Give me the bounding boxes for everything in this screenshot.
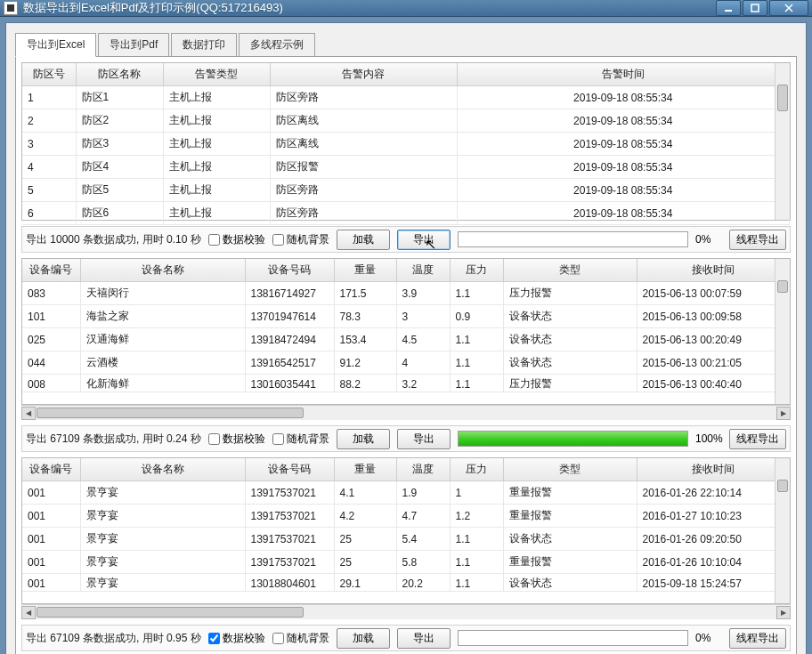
table-cell: 防区旁路 bbox=[270, 179, 457, 202]
table-cell: 001 bbox=[22, 481, 80, 505]
table-cell: 025 bbox=[22, 328, 80, 351]
table3-vscroll[interactable] bbox=[775, 458, 790, 603]
table-row[interactable]: 001景亨宴1301880460129.120.21.1设备状态2015-09-… bbox=[22, 574, 790, 592]
table-cell: 2015-06-13 00:07:59 bbox=[637, 282, 790, 305]
table-cell: 1.1 bbox=[450, 574, 503, 592]
minimize-button[interactable] bbox=[716, 0, 741, 16]
table3-h7[interactable]: 接收时间 bbox=[637, 458, 790, 481]
close-button[interactable] bbox=[769, 0, 808, 16]
toolbar1-check2[interactable]: 随机背景 bbox=[272, 232, 329, 247]
toolbar2-load-button[interactable]: 加载 bbox=[337, 429, 390, 449]
table-row[interactable]: 6防区6主机上报防区旁路2019-09-18 08:55:34 bbox=[22, 202, 790, 225]
table2-h4[interactable]: 温度 bbox=[396, 259, 450, 282]
table-cell: 重量报警 bbox=[503, 481, 637, 505]
table-row[interactable]: 4防区4主机上报防区报警2019-09-18 08:55:34 bbox=[22, 156, 790, 179]
hscroll-left-icon[interactable]: ◀ bbox=[21, 606, 36, 619]
table3[interactable]: 设备编号 设备名称 设备号码 重量 温度 压力 类型 接收时间 001景亨宴13… bbox=[22, 458, 790, 592]
table3-h4[interactable]: 温度 bbox=[396, 458, 450, 481]
table2-h0[interactable]: 设备编号 bbox=[22, 259, 80, 282]
toolbar2-check2[interactable]: 随机背景 bbox=[272, 432, 329, 447]
table-row[interactable]: 1防区1主机上报防区旁路2019-09-18 08:55:34 bbox=[22, 86, 790, 109]
toolbar3-check2[interactable]: 随机背景 bbox=[272, 631, 329, 646]
table-cell: 2015-06-13 00:40:40 bbox=[637, 375, 790, 392]
table-cell: 13918472494 bbox=[245, 328, 334, 351]
table-row[interactable]: 001景亨宴139175370214.24.71.2重量报警2016-01-27… bbox=[22, 505, 790, 528]
table-cell: 防区5 bbox=[76, 179, 163, 202]
table-cell: 1.9 bbox=[396, 481, 450, 505]
hscroll-right-icon[interactable]: ▶ bbox=[776, 407, 791, 420]
table-cell: 主机上报 bbox=[163, 133, 270, 156]
table2-h1[interactable]: 设备名称 bbox=[80, 259, 245, 282]
tab-print[interactable]: 数据打印 bbox=[171, 33, 237, 57]
hscroll-right-icon[interactable]: ▶ bbox=[776, 606, 791, 619]
toolbar3-check1[interactable]: 数据校验 bbox=[208, 631, 265, 646]
titlebar[interactable]: 数据导出到Excel和Pdf及打印示例(QQ:517216493) bbox=[0, 0, 812, 17]
table-cell: 4 bbox=[22, 156, 76, 179]
table2[interactable]: 设备编号 设备名称 设备号码 重量 温度 压力 类型 接收时间 083天禧闵行1… bbox=[22, 259, 790, 392]
table2-h7[interactable]: 接收时间 bbox=[637, 259, 790, 282]
table2-h2[interactable]: 设备号码 bbox=[245, 259, 334, 282]
table2-h5[interactable]: 压力 bbox=[450, 259, 503, 282]
table2-vscroll[interactable] bbox=[775, 259, 790, 404]
table-cell: 压力报警 bbox=[503, 375, 637, 392]
table2-h3[interactable]: 重量 bbox=[334, 259, 396, 282]
table3-h1[interactable]: 设备名称 bbox=[80, 458, 245, 481]
table-cell: 1.2 bbox=[450, 505, 503, 528]
tab-thread-demo[interactable]: 多线程示例 bbox=[239, 33, 315, 57]
table2-h6[interactable]: 类型 bbox=[503, 259, 637, 282]
table-cell: 25 bbox=[334, 528, 396, 551]
table3-h5[interactable]: 压力 bbox=[450, 458, 503, 481]
hscroll-left-icon[interactable]: ◀ bbox=[21, 407, 36, 420]
client-area: 导出到Excel 导出到Pdf 数据打印 多线程示例 防区号 防区名称 告警类型… bbox=[5, 22, 807, 654]
toolbar1-check1[interactable]: 数据校验 bbox=[208, 232, 265, 247]
table-row[interactable]: 3防区3主机上报防区离线2019-09-18 08:55:34 bbox=[22, 133, 790, 156]
toolbar2-thread-button[interactable]: 线程导出 bbox=[729, 429, 786, 449]
table-row[interactable]: 2防区2主机上报防区离线2019-09-18 08:55:34 bbox=[22, 109, 790, 133]
table3-h6[interactable]: 类型 bbox=[503, 458, 637, 481]
table-row[interactable]: 001景亨宴13917537021255.41.1设备状态2016-01-26 … bbox=[22, 528, 790, 551]
table-cell: 13917537021 bbox=[245, 528, 334, 551]
table-cell: 1.1 bbox=[450, 282, 503, 305]
toolbar2-check1[interactable]: 数据校验 bbox=[208, 432, 265, 447]
table3-hscroll[interactable]: ◀ ▶ bbox=[21, 604, 791, 619]
table-row[interactable]: 001景亨宴13917537021255.81.1重量报警2016-01-26 … bbox=[22, 551, 790, 574]
table1-h4[interactable]: 告警时间 bbox=[457, 63, 790, 86]
table1-h2[interactable]: 告警类型 bbox=[163, 63, 270, 86]
table3-h3[interactable]: 重量 bbox=[334, 458, 396, 481]
table-row[interactable]: 001景亨宴139175370214.11.91重量报警2016-01-26 2… bbox=[22, 481, 790, 505]
maximize-button[interactable] bbox=[743, 0, 767, 16]
table-row[interactable]: 008化新海鲜1301603544188.23.21.1压力报警2015-06-… bbox=[22, 375, 790, 392]
table-cell: 景亨宴 bbox=[80, 528, 245, 551]
tab-export-excel[interactable]: 导出到Excel bbox=[15, 33, 96, 57]
toolbar1-load-button[interactable]: 加载 bbox=[337, 230, 390, 250]
table-cell: 景亨宴 bbox=[80, 481, 245, 505]
table-cell: 13816714927 bbox=[245, 282, 334, 305]
table1-h1[interactable]: 防区名称 bbox=[76, 63, 163, 86]
toolbar3-export-button[interactable]: 导出 bbox=[397, 628, 451, 649]
table-cell: 008 bbox=[22, 375, 80, 392]
table-cell: 汉通海鲜 bbox=[80, 328, 245, 351]
table-row[interactable]: 5防区5主机上报防区旁路2019-09-18 08:55:34 bbox=[22, 179, 790, 202]
toolbar1-thread-button[interactable]: 线程导出 bbox=[729, 230, 786, 250]
table-cell: 001 bbox=[22, 551, 80, 574]
table-row[interactable]: 044云酒楼1391654251791.241.1设备状态2015-06-13 … bbox=[22, 351, 790, 375]
tab-export-pdf[interactable]: 导出到Pdf bbox=[98, 33, 169, 57]
toolbar3-load-button[interactable]: 加载 bbox=[337, 628, 390, 649]
table-cell: 20.2 bbox=[396, 574, 450, 592]
table2-hscroll[interactable]: ◀ ▶ bbox=[21, 405, 791, 420]
table-cell: 13917537021 bbox=[245, 481, 334, 505]
table-row[interactable]: 025汉通海鲜13918472494153.44.51.1设备状态2015-06… bbox=[22, 328, 790, 351]
toolbar1-export-button[interactable]: 导出↖ bbox=[397, 230, 451, 250]
toolbar2-export-button[interactable]: 导出 bbox=[397, 429, 451, 449]
table-row[interactable]: 101海盐之家1370194761478.330.9设备状态2015-06-13… bbox=[22, 305, 790, 328]
table1-h3[interactable]: 告警内容 bbox=[270, 63, 457, 86]
table-row[interactable]: 083天禧闵行13816714927171.53.91.1压力报警2015-06… bbox=[22, 282, 790, 305]
toolbar3-thread-button[interactable]: 线程导出 bbox=[729, 628, 786, 649]
table1-h0[interactable]: 防区号 bbox=[22, 63, 76, 86]
table3-h0[interactable]: 设备编号 bbox=[22, 458, 80, 481]
table1-vscroll[interactable] bbox=[775, 63, 790, 220]
table3-h2[interactable]: 设备号码 bbox=[245, 458, 334, 481]
table-cell: 001 bbox=[22, 528, 80, 551]
table1[interactable]: 防区号 防区名称 告警类型 告警内容 告警时间 1防区1主机上报防区旁路2019… bbox=[22, 63, 790, 225]
table-cell: 设备状态 bbox=[503, 328, 637, 351]
